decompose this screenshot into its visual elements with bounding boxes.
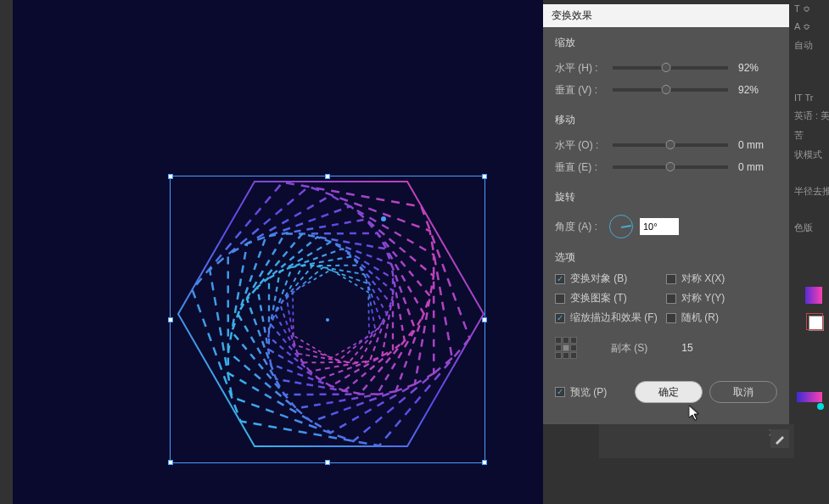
right-panel-strip[interactable]: T ≎ A ≎ 自动 IT Tr 英语 : 美 苦 状模式 半径去推 色版 [789, 0, 829, 504]
lbl-scale-strokes: 缩放描边和效果 (F) [570, 311, 658, 325]
options-title: 选项 [555, 250, 777, 265]
move-h-label: 水平 (O) : [555, 138, 602, 153]
chk-scale-strokes[interactable] [555, 313, 565, 323]
bottom-panel: 不过 [599, 424, 794, 458]
move-v-value[interactable]: 0 mm [738, 161, 777, 173]
rotate-section: 旋转 角度 (A) : [543, 182, 789, 245]
selection-center [326, 318, 329, 322]
anchor-row: 副本 (S) 15 [543, 330, 789, 366]
chk-random[interactable] [666, 313, 676, 323]
chk-transform-pattern[interactable] [555, 294, 565, 304]
handle-mid-right[interactable] [482, 317, 487, 322]
handle-bot-mid[interactable] [325, 460, 330, 465]
handle-top-mid[interactable] [325, 174, 330, 179]
anchor-grid[interactable] [555, 337, 577, 359]
handle-bot-right[interactable] [482, 460, 487, 465]
scale-v-thumb[interactable] [661, 85, 670, 94]
scale-h-thumb[interactable] [661, 63, 670, 72]
move-h-thumb[interactable] [666, 140, 675, 149]
scale-v-slider[interactable] [613, 88, 728, 92]
panel-row-5[interactable]: 英语 : 美 [789, 106, 829, 126]
scale-v-value[interactable]: 92% [738, 84, 777, 96]
cancel-button[interactable]: 取消 [709, 381, 777, 403]
panel-row-2[interactable]: 自动 [789, 36, 829, 55]
chk-reflect-x[interactable] [666, 274, 676, 284]
move-h-value[interactable]: 0 mm [738, 139, 777, 151]
handle-top-left[interactable] [168, 174, 173, 179]
panel-row-7[interactable]: 状模式 [789, 145, 829, 165]
dialog-footer: 预览 (P) 确定 取消 [543, 366, 789, 418]
scale-v-label: 垂直 (V) : [555, 83, 602, 98]
move-v-slider[interactable] [613, 165, 728, 169]
chk-preview[interactable] [555, 387, 565, 397]
move-section: 移动 水平 (O) : 0 mm 垂直 (E) : 0 mm [543, 104, 789, 182]
transform-effect-dialog: 变换效果 缩放 水平 (H) : 92% 垂直 (V) : 92% 移动 水平 … [543, 4, 789, 424]
ok-button[interactable]: 确定 [635, 381, 703, 403]
move-v-label: 垂直 (E) : [555, 160, 602, 175]
panel-row-10[interactable]: 半径去推 [789, 182, 829, 201]
handle-bot-left[interactable] [168, 460, 173, 465]
lbl-reflect-x: 对称 X(X) [681, 272, 725, 286]
move-title: 移动 [555, 113, 777, 127]
move-h-slider[interactable] [613, 143, 728, 147]
angle-dial[interactable] [609, 215, 633, 238]
scale-h-value[interactable]: 92% [738, 62, 777, 74]
dialog-title[interactable]: 变换效果 [543, 4, 789, 27]
lbl-preview: 预览 (P) [570, 385, 607, 400]
handle-top-right[interactable] [482, 174, 487, 179]
lbl-random: 随机 (R) [681, 311, 719, 325]
lbl-reflect-y: 对称 Y(Y) [681, 291, 725, 305]
selection-box[interactable] [170, 176, 485, 463]
scale-h-slider[interactable] [613, 66, 728, 70]
rotation-indicator [381, 216, 386, 221]
bottom-panel-label: 不过 [599, 424, 794, 444]
pen-icon[interactable] [770, 429, 789, 448]
angle-input[interactable] [640, 218, 679, 235]
handle-mid-left[interactable] [168, 317, 173, 322]
lbl-transform-pattern: 变换图案 (T) [570, 291, 627, 305]
panel-row-4[interactable]: IT Tr [789, 89, 829, 106]
canvas-area[interactable] [13, 0, 543, 504]
anchor-center[interactable] [563, 344, 569, 351]
chk-reflect-y[interactable] [666, 294, 676, 304]
fill-stroke-icon[interactable] [809, 316, 824, 331]
rotate-title: 旋转 [555, 190, 777, 204]
panel-row-6[interactable]: 苦 [789, 126, 829, 145]
copies-label: 副本 (S) [611, 341, 647, 356]
panel-row-12[interactable]: 色版 [789, 218, 829, 238]
gradient-swatch[interactable] [797, 392, 822, 402]
angle-label: 角度 (A) : [555, 220, 602, 234]
options-section: 选项 变换对象 (B) 对称 X(X) 变换图案 (T) 对称 Y(Y) 缩放描… [543, 245, 789, 330]
scale-h-label: 水平 (H) : [555, 61, 602, 76]
panel-row-1[interactable]: A ≎ [789, 18, 829, 36]
copies-value[interactable]: 15 [681, 342, 715, 354]
color-stop-icon[interactable] [817, 403, 824, 410]
lbl-transform-object: 变换对象 (B) [570, 272, 627, 286]
move-v-thumb[interactable] [666, 162, 675, 171]
panel-row-0[interactable]: T ≎ [789, 0, 829, 18]
scale-title: 缩放 [555, 36, 777, 50]
gradient-swatch-small[interactable] [805, 287, 822, 304]
chk-transform-object[interactable] [555, 274, 565, 284]
scale-section: 缩放 水平 (H) : 92% 垂直 (V) : 92% [543, 27, 789, 104]
